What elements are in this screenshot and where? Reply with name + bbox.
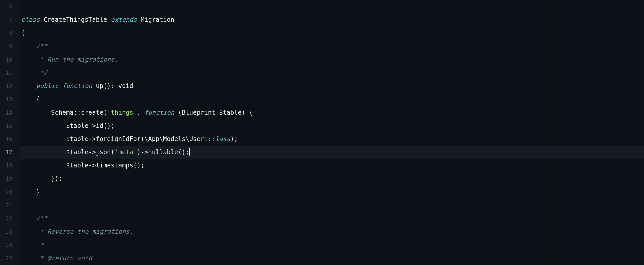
code-token: :: bbox=[73, 109, 81, 116]
code-token: ); bbox=[230, 135, 238, 143]
code-line[interactable]: /** bbox=[20, 40, 644, 53]
code-token: ( bbox=[174, 109, 182, 116]
code-token: , bbox=[137, 109, 144, 116]
code-token bbox=[21, 255, 36, 262]
line-number: 7 bbox=[0, 13, 20, 26]
code-line[interactable] bbox=[20, 199, 644, 212]
code-token bbox=[21, 228, 36, 235]
code-token: )-> bbox=[137, 149, 148, 156]
code-line[interactable]: */ bbox=[20, 66, 644, 79]
code-line[interactable]: public function up(): void bbox=[20, 79, 644, 93]
code-token: class bbox=[21, 16, 40, 23]
code-token: nullable bbox=[148, 149, 178, 156]
code-token bbox=[21, 149, 66, 156]
code-token bbox=[21, 241, 36, 248]
code-token: /** bbox=[36, 43, 47, 50]
code-line[interactable] bbox=[20, 0, 644, 13]
code-token: json bbox=[96, 149, 111, 156]
code-token: */ bbox=[36, 69, 47, 76]
line-number: 12 bbox=[0, 79, 20, 93]
code-line[interactable]: * bbox=[20, 238, 644, 252]
code-token: Migration bbox=[141, 16, 174, 23]
line-number-gutter: 678910111213141516171819202122232425 bbox=[0, 0, 20, 265]
code-area[interactable]: class CreateThingsTable extends Migratio… bbox=[20, 0, 644, 265]
code-token bbox=[21, 215, 36, 222]
code-token: /** bbox=[36, 215, 47, 222]
code-token: void bbox=[73, 255, 92, 262]
code-token: extends bbox=[111, 16, 137, 23]
code-token bbox=[21, 135, 66, 143]
code-token bbox=[59, 82, 62, 90]
code-token: (); bbox=[133, 162, 144, 169]
code-token bbox=[21, 162, 66, 169]
code-token: $table bbox=[66, 122, 88, 129]
code-token bbox=[21, 109, 51, 116]
code-token: (\App\Models\User:: bbox=[141, 135, 212, 143]
code-line[interactable]: }); bbox=[20, 172, 644, 185]
code-token bbox=[40, 16, 43, 23]
code-token: void bbox=[118, 82, 133, 90]
code-line[interactable]: $table->foreignIdFor(\App\Models\User::c… bbox=[20, 132, 644, 146]
code-token: ( bbox=[111, 149, 114, 156]
code-line[interactable]: * Run the migrations. bbox=[20, 53, 644, 66]
code-token: $table bbox=[219, 109, 242, 116]
code-token bbox=[21, 69, 36, 76]
code-line[interactable]: $table->timestamps(); bbox=[20, 159, 644, 172]
code-token: timestamps bbox=[96, 162, 133, 169]
code-line[interactable]: class CreateThingsTable extends Migratio… bbox=[20, 13, 644, 26]
code-line[interactable]: $table->json('meta')->nullable(); bbox=[20, 146, 644, 159]
code-token: @return bbox=[47, 255, 73, 262]
line-number: 24 bbox=[0, 238, 20, 252]
code-token: function bbox=[62, 82, 92, 90]
line-number: 9 bbox=[0, 40, 20, 53]
code-token bbox=[107, 16, 111, 23]
code-token: public bbox=[36, 82, 59, 90]
code-token: * Reverse the migrations. bbox=[36, 228, 133, 235]
code-token: }); bbox=[21, 175, 62, 182]
line-number: 20 bbox=[0, 186, 20, 199]
code-editor[interactable]: 678910111213141516171819202122232425 cla… bbox=[0, 0, 644, 265]
code-token: CreateThingsTable bbox=[44, 16, 107, 23]
line-number: 21 bbox=[0, 199, 20, 212]
code-token bbox=[137, 16, 141, 23]
code-token bbox=[215, 109, 219, 116]
code-token: $table bbox=[66, 135, 88, 143]
line-number: 10 bbox=[0, 53, 20, 66]
code-token: * Run the migrations. bbox=[36, 56, 118, 63]
code-token: (): bbox=[103, 82, 118, 90]
code-token bbox=[92, 82, 96, 90]
code-token: } bbox=[21, 188, 40, 196]
code-token: -> bbox=[88, 135, 96, 143]
code-token: 'things' bbox=[107, 109, 137, 116]
code-token: class bbox=[212, 135, 230, 143]
code-token: { bbox=[21, 29, 25, 36]
line-number: 19 bbox=[0, 172, 20, 185]
code-token: Blueprint bbox=[182, 109, 215, 116]
code-line[interactable]: } bbox=[20, 186, 644, 199]
line-number: 11 bbox=[0, 66, 20, 79]
code-token: $table bbox=[66, 162, 88, 169]
code-line[interactable]: * @return void bbox=[20, 252, 644, 265]
code-line[interactable]: { bbox=[20, 26, 644, 40]
code-line[interactable]: Schema::create('things', function (Bluep… bbox=[20, 106, 644, 119]
line-number: 22 bbox=[0, 212, 20, 225]
code-token: -> bbox=[88, 149, 96, 156]
line-number: 14 bbox=[0, 106, 20, 119]
code-token: 'meta' bbox=[114, 149, 137, 156]
code-token: -> bbox=[88, 122, 96, 129]
code-token bbox=[21, 122, 66, 129]
line-number: 15 bbox=[0, 119, 20, 132]
code-token: Schema bbox=[51, 109, 74, 116]
code-token: id bbox=[96, 122, 103, 129]
code-token bbox=[21, 43, 36, 50]
code-line[interactable]: { bbox=[20, 93, 644, 106]
code-line[interactable]: $table->id(); bbox=[20, 119, 644, 132]
code-token: * bbox=[36, 255, 47, 262]
code-line[interactable]: * Reverse the migrations. bbox=[20, 225, 644, 238]
code-token: function bbox=[144, 109, 174, 116]
line-number: 18 bbox=[0, 159, 20, 172]
code-token: -> bbox=[88, 162, 96, 169]
code-token: (); bbox=[103, 122, 114, 129]
code-token: ( bbox=[103, 109, 107, 116]
code-line[interactable]: /** bbox=[20, 212, 644, 225]
